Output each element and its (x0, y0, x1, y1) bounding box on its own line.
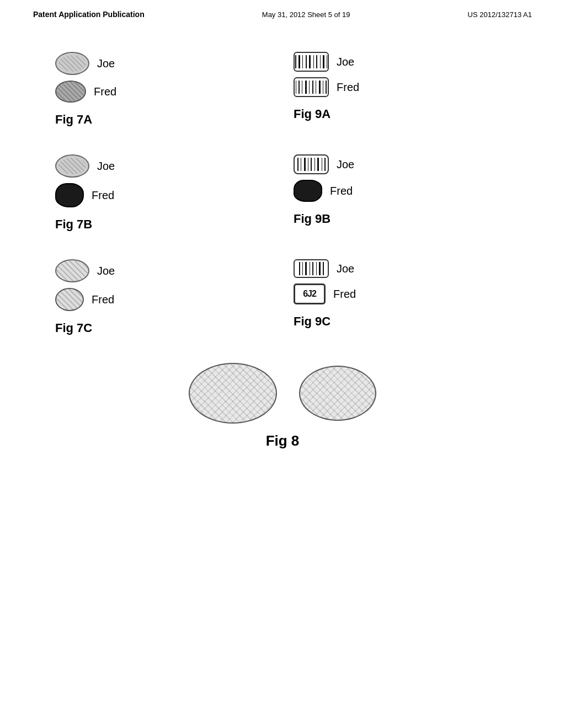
name-fred-7c: Fred (92, 293, 114, 306)
name-joe-7a: Joe (97, 57, 115, 70)
barcode-joe-9a (294, 52, 329, 72)
fig7b-row-fred: Fred (55, 183, 114, 207)
fig9b-row-joe: Joe (294, 154, 354, 174)
fig8-ovals (189, 363, 376, 424)
fig8-label: Fig 8 (266, 432, 300, 449)
figure-7a: Joe Fred Fig 7A (44, 41, 282, 143)
fig7c-label: Fig 7C (55, 321, 92, 335)
barcode-joe-9b (294, 154, 329, 174)
page-header: Patent Application Publication May 31, 2… (0, 0, 565, 19)
blob-fred-9b (294, 180, 322, 202)
fig9a-row-joe: Joe (294, 52, 354, 72)
fig7b-row-joe: Joe (55, 154, 115, 178)
publication-number: US 2012/132713 A1 (468, 10, 532, 19)
fig7a-row-joe: Joe (55, 52, 115, 75)
label-fred-9c: 6J2 (294, 283, 326, 304)
fig9a-row-fred: Fred (294, 77, 359, 97)
oval-fred-7c (55, 288, 84, 311)
figure-8: Fig 8 (44, 352, 521, 461)
name-joe-7b: Joe (97, 160, 115, 173)
name-fred-9c: Fred (333, 288, 356, 301)
name-joe-9b: Joe (337, 158, 354, 171)
publication-date-sheet: May 31, 2012 Sheet 5 of 19 (262, 10, 350, 19)
big-oval-left-8 (189, 363, 277, 424)
fig7a-label: Fig 7A (55, 113, 92, 127)
figure-7b: Joe Fred Fig 7B (44, 143, 282, 248)
name-joe-7c: Joe (97, 265, 115, 277)
oval-fred-7a (55, 81, 86, 103)
fig9b-row-fred: Fred (294, 180, 353, 202)
oval-joe-7b (55, 154, 89, 178)
name-joe-9a: Joe (337, 56, 354, 68)
fig9c-label: Fig 9C (294, 314, 331, 329)
name-fred-7a: Fred (94, 85, 116, 98)
figure-9a: Joe (282, 41, 521, 143)
barcode-fred-9a (294, 77, 329, 97)
name-fred-7b: Fred (92, 189, 114, 202)
name-fred-9b: Fred (330, 185, 353, 197)
fig7b-label: Fig 7B (55, 217, 92, 232)
fig9c-row-joe: Joe (294, 259, 354, 278)
fig9a-label: Fig 9A (294, 107, 331, 121)
main-content: Joe Fred Fig 7A (0, 19, 565, 472)
figure-9c: Joe 6J2 Fred Fig 9C (282, 248, 521, 352)
fig7c-row-fred: Fred (55, 288, 114, 311)
name-joe-9c: Joe (337, 263, 354, 275)
fig7a-row-fred: Fred (55, 81, 116, 103)
blob-fred-7b (55, 183, 84, 207)
publication-title: Patent Application Publication (33, 10, 145, 19)
barcode-joe-9c (294, 259, 329, 278)
fig9b-label: Fig 9B (294, 212, 331, 226)
name-fred-9a: Fred (337, 81, 359, 94)
fig9c-row-fred: 6J2 Fred (294, 283, 356, 304)
oval-joe-7a (55, 52, 89, 75)
figure-7c: Joe Fred Fig 7C (44, 248, 282, 352)
oval-joe-7c (55, 259, 89, 282)
fig7c-row-joe: Joe (55, 259, 115, 282)
big-oval-right-8 (299, 366, 376, 421)
figure-9b: Joe Fred Fig 9B (282, 143, 521, 248)
